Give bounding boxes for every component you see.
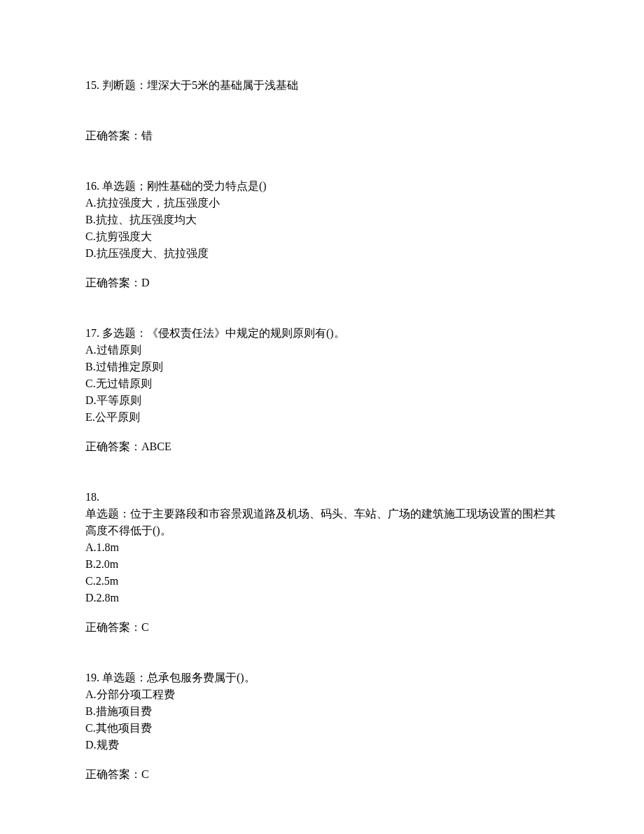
question-prompt: 17. 多选题：《侵权责任法》中规定的规则原则有()。 <box>85 325 559 342</box>
option-c: C.其他项目费 <box>85 720 559 737</box>
question-prompt: 16. 单选题；刚性基础的受力特点是() <box>85 178 559 195</box>
answer-text: 正确答案：D <box>85 274 559 291</box>
question-prompt: 19. 单选题：总承包服务费属于()。 <box>85 669 559 686</box>
option-a: A.1.8m <box>85 539 559 556</box>
answer-text: 正确答案：错 <box>85 127 559 144</box>
question-number: 18. <box>85 489 559 506</box>
question-18: 18. 单选题：位于主要路段和市容景观道路及机场、码头、车站、广场的建筑施工现场… <box>85 489 559 636</box>
answer-text: 正确答案：C <box>85 619 559 636</box>
option-a: A.过错原则 <box>85 342 559 359</box>
option-d: D.规费 <box>85 737 559 753</box>
option-a: A.分部分项工程费 <box>85 686 559 703</box>
option-d: D.抗压强度大、抗拉强度 <box>85 245 559 262</box>
option-a: A.抗拉强度大，抗压强度小 <box>85 195 559 211</box>
option-d: D.2.8m <box>85 590 559 606</box>
option-b: B.措施项目费 <box>85 703 559 720</box>
question-16: 16. 单选题；刚性基础的受力特点是() A.抗拉强度大，抗压强度小 B.抗拉、… <box>85 178 559 291</box>
option-b: B.抗拉、抗压强度均大 <box>85 211 559 228</box>
option-b: B.过错推定原则 <box>85 359 559 375</box>
option-b: B.2.0m <box>85 556 559 573</box>
option-c: C.无过错原则 <box>85 375 559 392</box>
question-17: 17. 多选题：《侵权责任法》中规定的规则原则有()。 A.过错原则 B.过错推… <box>85 325 559 455</box>
option-d: D.平等原则 <box>85 392 559 409</box>
question-15: 15. 判断题：埋深大于5米的基础属于浅基础 正确答案：错 <box>85 77 559 144</box>
question-prompt: 15. 判断题：埋深大于5米的基础属于浅基础 <box>85 77 559 94</box>
option-e: E.公平原则 <box>85 409 559 426</box>
answer-text: 正确答案：ABCE <box>85 438 559 455</box>
answer-text: 正确答案：C <box>85 766 559 783</box>
question-19: 19. 单选题：总承包服务费属于()。 A.分部分项工程费 B.措施项目费 C.… <box>85 669 559 783</box>
option-c: C.2.5m <box>85 573 559 590</box>
option-c: C.抗剪强度大 <box>85 228 559 245</box>
question-prompt: 单选题：位于主要路段和市容景观道路及机场、码头、车站、广场的建筑施工现场设置的围… <box>85 506 559 539</box>
